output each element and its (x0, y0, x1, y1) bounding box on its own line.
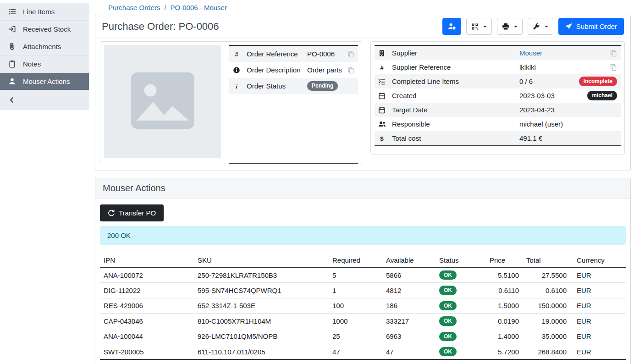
supplier-details-table: SupplierMouser#Supplier Referencelklklkl… (375, 45, 621, 146)
user-icon (8, 77, 16, 86)
cell-ipn: RES-429006 (100, 298, 194, 313)
cell-required: 1 (329, 283, 382, 298)
cell-required: 25 (329, 329, 382, 344)
cell-total: 19.0000 (523, 314, 570, 329)
cell-currency: EUR (570, 283, 626, 298)
dollar-icon: $ (378, 135, 392, 142)
detail-row-target-date: Target Date2023-04-23 (375, 103, 621, 117)
table-footer-cell (486, 359, 523, 364)
detail-row-order-status: iOrder StatusPending (229, 78, 358, 94)
info-icon: i (233, 83, 247, 90)
purchase-order-panel-header: Purchase Order: PO-0006 Submit Order (95, 15, 630, 38)
cell-currency: EUR (570, 314, 626, 329)
table-footer-cell (570, 359, 626, 364)
cell-ipn: ANA-100072 (100, 267, 194, 283)
detail-extra (347, 50, 354, 58)
cell-total: 268.8400 (523, 344, 570, 359)
cell-sku: 652-3314Z-1-503E (194, 298, 329, 313)
refresh-icon (108, 210, 115, 217)
detail-label: Responsible (392, 120, 519, 128)
detail-value: lklklkl (519, 63, 610, 71)
cell-required: 5 (329, 267, 382, 283)
breadcrumb-link-current-order[interactable]: PO-0006 - Mouser (171, 4, 227, 11)
detail-row-supplier: SupplierMouser (375, 46, 621, 60)
ok-badge: OK (439, 347, 457, 356)
table-row: SWT-200005611-110.107.011/02054747OK5.72… (100, 344, 626, 359)
cell-price: 5.5100 (486, 267, 523, 283)
supplier-details-card: SupplierMouser#Supplier Referencelklklkl… (370, 41, 625, 154)
detail-value: Mouser (519, 49, 610, 57)
image-icon (128, 70, 197, 133)
copy-button[interactable] (610, 50, 617, 57)
print-actions-button[interactable] (497, 18, 523, 35)
cell-total: 35.0000 (523, 329, 570, 344)
detail-extra (610, 50, 617, 57)
order-image-placeholder (104, 45, 221, 158)
order-details: #Order ReferencePO-0006Order Description… (95, 38, 630, 171)
detail-extra: michael (587, 91, 617, 100)
breadcrumb-link-purchase-orders[interactable]: Purchase Orders (108, 4, 160, 11)
detail-row-completed-line-items: Completed Line Items0 / 6Incomplete (375, 74, 621, 88)
cell-status: OK (436, 267, 486, 283)
copy-button[interactable] (347, 50, 354, 58)
sidebar-item-notes[interactable]: Notes (0, 55, 89, 73)
barcode-actions-button[interactable] (466, 18, 492, 35)
copy-button[interactable] (347, 66, 354, 74)
supplier-link[interactable]: Mouser (519, 49, 542, 57)
cell-ipn: SWT-200005 (100, 344, 194, 359)
svg-text:i: i (236, 83, 237, 89)
column-header-total: Total (523, 254, 570, 267)
svg-text:#: # (235, 50, 238, 57)
cell-required: 47 (329, 344, 382, 359)
user-actions-button[interactable] (442, 18, 461, 35)
table-footer-row: Total501.0000 (100, 359, 626, 364)
calendar-icon (378, 106, 392, 114)
detail-value: michael (user) (519, 120, 617, 128)
cell-status: OK (436, 344, 486, 359)
table-row: ANA-100044926-LMC7101QM5/NOPB256963OK1.4… (100, 329, 626, 344)
detail-label: Target Date (392, 106, 519, 114)
info-circle-icon (233, 66, 247, 74)
calendar-icon (378, 92, 392, 99)
sidebar-item-received-stock[interactable]: Received Stock (0, 21, 89, 38)
detail-value: PO-0006 (307, 50, 347, 58)
copy-button[interactable] (610, 64, 617, 71)
column-header-ipn: IPN (100, 254, 194, 267)
detail-label: Created (392, 92, 519, 99)
detail-label: Supplier Reference (392, 63, 519, 71)
detail-extra (610, 64, 617, 71)
table-footer-cell (329, 359, 382, 364)
column-header-status: Status (436, 254, 486, 267)
table-header-row: IPNSKURequiredAvailableStatusPriceTotalC… (100, 254, 626, 267)
cell-price: 1.4000 (486, 329, 523, 344)
sidebar-item-mouser-actions[interactable]: Mouser Actions (0, 73, 89, 90)
toolbar: Submit Order (442, 18, 624, 35)
building-icon (378, 50, 392, 57)
printer-icon (502, 23, 509, 30)
mouser-actions-panel-body: Transfer PO 200 OK IPNSKURequiredAvailab… (95, 199, 630, 364)
cell-available: 47 (382, 344, 436, 359)
column-header-currency: Currency (570, 254, 626, 267)
user-shield-icon (448, 22, 456, 30)
sidebar-item-label: Received Stock (23, 25, 71, 33)
app: Line ItemsReceived StockAttachmentsNotes… (0, 0, 634, 364)
cell-status: OK (436, 283, 486, 298)
status-alert: 200 OK (100, 226, 626, 245)
sidebar-item-attachments[interactable]: Attachments (0, 38, 89, 55)
mouser-actions-panel: Mouser Actions Transfer PO 200 OK IPNSKU… (95, 178, 631, 364)
submit-order-button[interactable]: Submit Order (558, 18, 624, 35)
sidebar-collapse-button[interactable] (0, 90, 89, 110)
cell-sku: 810-C1005X7R1H104M (194, 314, 329, 329)
order-settings-button[interactable] (528, 18, 553, 35)
line-items-table: IPNSKURequiredAvailableStatusPriceTotalC… (100, 254, 626, 364)
detail-value: 491.1 € (519, 134, 617, 142)
cell-total: 27.5500 (523, 267, 570, 283)
cell-available: 4812 (382, 283, 436, 298)
submit-order-label: Submit Order (576, 22, 617, 30)
purchase-order-panel: Purchase Order: PO-0006 Submit Order #Or… (95, 15, 631, 171)
transfer-po-button[interactable]: Transfer PO (100, 204, 164, 221)
table-row: ANA-100072250-72981KLRATR150B355866OK5.5… (100, 267, 626, 283)
order-details-table: #Order ReferencePO-0006Order Description… (229, 45, 358, 164)
sidebar-item-line-items[interactable]: Line Items (0, 3, 89, 21)
cell-required: 1000 (329, 314, 382, 329)
